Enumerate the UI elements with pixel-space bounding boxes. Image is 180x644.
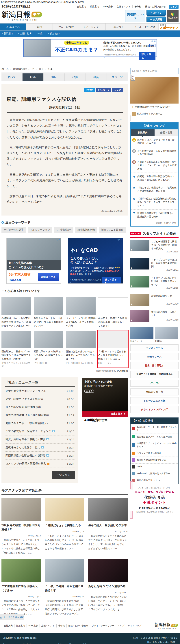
pr-card[interactable]: 保険は無駄が多いのでは？老後のための投資の仕方も知りたい(PR) SODATTE… — [66, 331, 95, 367]
staff-card[interactable]: あなたを待つ ワイン魅惑の扉2019/10/17 新潟県民の大好きなお酒と言えば… — [88, 559, 128, 616]
pr-box-item[interactable]: assh — [131, 464, 178, 470]
register-button[interactable]: ＋会員登録 — [147, 16, 166, 22]
pr-box-item[interactable]: 新潟日報「リーダーズ」新聞ダイジェスト — [131, 424, 178, 434]
login-button[interactable]: ➜ログイン — [147, 10, 166, 16]
utility-link-contact[interactable]: 投稿・お問い合わせ — [143, 5, 168, 8]
keyword-tag[interactable]: クマ関連記事 — [54, 227, 74, 233]
video-item[interactable]: 「ドローンで空旅」阿賀野川編 川村翔太郎カメラマン2019/11/15 — [130, 274, 179, 292]
pr-box-item[interactable]: ハウジング住まいの情報 — [131, 450, 178, 457]
video-item[interactable]: 優勝決定の瞬間 朱鷺メッセ2019/10/18 — [130, 308, 179, 324]
nav-tab-select[interactable]: モア・セレクト — [79, 24, 106, 30]
video-item[interactable]: 新潟駅新駅舎を公開2019/10/20 — [130, 292, 179, 308]
tab-economy[interactable]: 経済 — [86, 74, 107, 81]
staff-card[interactable]: 生命の詩人 生き続ける矢沢宰2019/11/08 新潟県見附市出身で２１歳の若さ… — [88, 498, 128, 555]
tab-society[interactable]: 社会 — [22, 74, 44, 81]
font-size-medium[interactable]: A — [173, 6, 174, 8]
staff-card[interactable]: 市民目線の模索 中原新潟市長就任１年2019/11/22 新潟市の中原八一市長が… — [1, 498, 41, 555]
ranking-item[interactable]: 7新潟県立病院見直し「検討加速を」 県議会決算委で知事 — [131, 210, 178, 221]
news-list-item[interactable]: 魔夜峰央さんの世界が一堂に11/24 — [5, 444, 75, 452]
sports-more-logo[interactable]: 新潟日報 スポーツモア — [158, 24, 180, 30]
facebook-like-button[interactable]: いいね！ 0 — [96, 88, 111, 92]
related-card[interactable]: 石崎議員、地元・新潟市の街頭で謝罪 市民から「議員辞職すべき」と厳しい声も — [1, 298, 31, 328]
ranking-item[interactable]: 6「新潟−佐渡」定期空路復活の可能性探る 県など、６人乗りでテストフライト — [131, 195, 178, 210]
sidebar-banner[interactable]: 地域のシゴト力 — [130, 388, 179, 396]
ranking-item[interactable]: 4内閣府、追及本部の視察を門前払い 黒岩氏「前代未聞」怒りあらわ — [131, 173, 178, 184]
ad-choices-icon[interactable]: ⓘ ✕ — [118, 238, 122, 241]
bsa-ad[interactable]: ⓘ ✕ 不正なCAD なんて使いたくない。そう思いませんか？ 【秘密厳守】ライセ… — [68, 238, 123, 284]
related-card[interactable]: 免許合宿でカートレース体験 胎内 立命館大自動車部メンバー — [34, 298, 63, 328]
ad-choices-icon[interactable]: ⓘ ✕ — [56, 238, 60, 241]
staff-card[interactable]: 「老眼だなぁ」と実感したら2019/11/15 「ああ、いよいよきたか」。近視用… — [45, 498, 84, 555]
news-list-item[interactable]: ３人の認定棄却 理由書面提出11:53 — [5, 403, 75, 411]
pr-card[interactable]: 異変に気付くまで漁師はシャチの狙いが理解できなかった(PR) SOOLIDE — [34, 331, 63, 367]
news-list-item[interactable]: 東電、訓練用ファクスを誤送信20:55 — [5, 395, 75, 403]
back-to-top-button[interactable]: ▲ ページの先頭へ戻る — [0, 614, 24, 620]
utility-link-event[interactable]: 主催イベント — [115, 5, 132, 8]
promo-box[interactable]: 動画ニュース — [130, 326, 153, 342]
pr-box-item[interactable]: 地域情報クチコミサイト ふれっぷ Webサイト — [131, 440, 178, 450]
footer-link[interactable]: サイトマップ — [126, 624, 143, 628]
nav-tab-editorial[interactable]: 社説・日報抄 — [53, 24, 79, 30]
font-size-small[interactable]: A — [171, 6, 172, 8]
sidebar-banner[interactable]: 新潟モノコト最前線 BSN連携企画 — [130, 371, 179, 378]
promo-box[interactable]: PR動画 — [155, 326, 178, 342]
subnav-prefecture[interactable]: ›新潟県内 — [2, 32, 13, 35]
sidebar-banner[interactable]: プレスリリース — [130, 344, 179, 351]
sidebar-banner[interactable]: 行政リリース — [130, 353, 179, 360]
font-size-large[interactable]: A — [175, 5, 177, 8]
utility-link-company[interactable]: 会社案内 — [75, 5, 88, 8]
utility-link-webad[interactable]: WEB広告 — [101, 5, 115, 8]
top-banner-ad[interactable]: ⓘ ✕ 令和にニヤッても 不正CADのまま？ 職場の不正CADを一掃しませんか。… — [23, 39, 157, 57]
footer-link[interactable]: 主催イベント — [40, 624, 56, 628]
footer-link[interactable]: 投稿・お問い合わせ — [67, 624, 90, 628]
audi-ad[interactable]: 上質を手に入れる近道 300万円台も豊富にご用意 在庫を探す ▶ Audi認定中… — [82, 378, 128, 424]
utility-link-recruit[interactable]: 採用案内 — [88, 5, 101, 8]
ranking-item[interactable]: 3古町通７に新潟島案内拠点整備 来年４月オープン アーケードも２０年度改修 — [131, 158, 178, 173]
indeed-ad[interactable]: ⓘ ✕ 新しい社員の募集、こういうの使えばいいのか 5分で求人投稿 indeed… — [6, 238, 61, 284]
ad-cta-button[interactable]: 在庫を探す ▶ — [82, 411, 128, 417]
ranking-item[interactable]: 2被告の供述調書 ＡＫＳ側が開示要請 ＮＧＴ損賠訴訟 — [131, 147, 178, 158]
nav-tab-news[interactable]: ⌂ニュース — [0, 24, 26, 30]
tweet-button[interactable]: Tweet — [84, 88, 95, 92]
news-list-item[interactable]: 野沢、矢野両選手に最後の大声援11/24 — [5, 436, 75, 444]
tab-politics[interactable]: 政治 — [65, 74, 86, 81]
facebook-share-button[interactable]: シェア — [112, 88, 123, 92]
beginner-button[interactable]: 初めての方 — [167, 10, 179, 22]
footer-link[interactable]: ヘルプ — [116, 624, 126, 628]
tab-sports[interactable]: スポーツ — [107, 74, 128, 81]
keyword-tag[interactable]: イルミネーション — [28, 227, 52, 233]
nav-tab-lifestyle[interactable]: くらし・おでかけ — [132, 24, 158, 30]
subnav-national[interactable]: ›全国・世界 — [18, 32, 32, 35]
staff-card[interactable]: クマ生息調査に同行 集落近くにすみか2019/10/31 新潟県内では今秋、人里… — [1, 559, 41, 616]
tab-all[interactable]: すべて — [1, 74, 22, 81]
house-ad[interactable]: 広告 自然素材無垢の注文住宅1234万〜 株式会社ライクスホーム — [130, 74, 179, 120]
pr-box-item[interactable]: 被災地応援ツアー ＡＫＳ旅行企画 — [131, 434, 178, 440]
pr-card-highlighted[interactable]: 「3秒でスッキリ起きられる」極上の睡眠を叶えた、快眠マットレスが…(PR) ヤー… — [98, 331, 128, 367]
breadcrumb-society[interactable]: 社会 — [39, 68, 44, 70]
breadcrumb-home[interactable]: ホーム — [1, 68, 9, 70]
ad-detail-button[interactable]: 詳しく見る ▶ — [102, 277, 121, 284]
pr-box-item[interactable]: 新潟の街のフリーペーパー — [131, 477, 178, 484]
subnav-feature[interactable]: ›特集 — [37, 32, 43, 35]
ranking-item[interactable]: 1はぐれ？コブハクチョウが１羽 新潟北区・松浜の池 — [131, 136, 178, 147]
staff-card[interactable]: 「一強」の針路 第四北越ＦＧ発足１年2019/10/23 新潟県内地銀最大手の第… — [45, 559, 84, 616]
sidebar-banner[interactable]: クラウドファンディング — [130, 406, 179, 413]
news-list-item[interactable]: 被告の供述調書 ＡＫＳ側が開示要請11:14 — [5, 411, 75, 419]
news-list-item[interactable]: コメツツジの新種と新変種を発見＋11/24 — [5, 460, 75, 468]
nav-tab-entertainment[interactable]: エンタメ — [106, 24, 132, 30]
outbrain-attribution[interactable]: Recommended by Outbrain — [1, 370, 128, 372]
sidebar-banner[interactable]: 特集「働く賛歌」 — [130, 362, 179, 369]
subscribe-button[interactable]: 新聞購読について — [125, 10, 145, 22]
footer-logo[interactable]: 新潟日報 モア NIIGATA NIPPO MORE — [155, 622, 178, 630]
tab-region[interactable]: 地域 — [44, 74, 65, 81]
pr-box-item[interactable]: 新潟県央地域のWebタウン誌 — [131, 457, 178, 464]
footer-link[interactable]: 会社案内 — [2, 624, 14, 628]
sidebar-banner[interactable]: ドローンふるさと便 — [130, 397, 179, 404]
custom-search[interactable]: Google — [130, 68, 179, 74]
nav-tab-video[interactable]: 動画 — [26, 24, 53, 30]
keyword-tag[interactable]: 新潟モノコト最前線 — [99, 227, 126, 233]
utility-link-copyright[interactable]: 著作権 — [132, 5, 143, 8]
video-item[interactable]: ラグビー稲垣選手に日報スポーツ賞特別賞 新潟市で授賞式2019/11/25 — [130, 238, 179, 256]
footer-link[interactable]: 著作権 — [56, 624, 67, 628]
cosme-ad[interactable]: クラブ・オン／ミレニアムカード セゾン コスメも、食も、ダブルで貯まる 化粧品 … — [130, 481, 179, 519]
